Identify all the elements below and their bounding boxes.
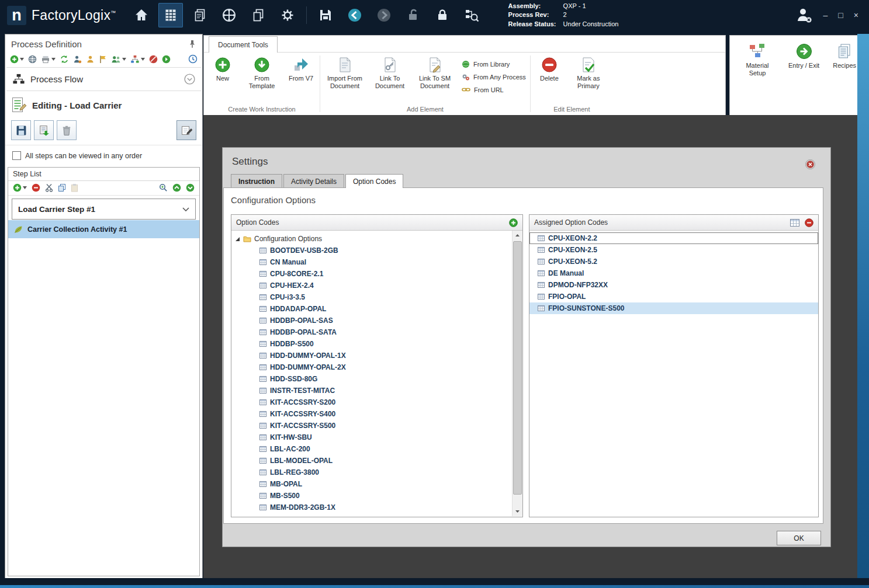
expander-icon[interactable] <box>235 236 240 242</box>
option-code-item[interactable]: KIT-ACCSSRY-S200 <box>235 396 512 408</box>
go-button[interactable] <box>162 55 171 64</box>
step-item[interactable]: Load Carrier Step #1 <box>12 199 196 220</box>
add-button[interactable] <box>10 55 24 64</box>
from-template-button[interactable]: From Template <box>241 55 282 91</box>
pin-button[interactable] <box>188 40 196 48</box>
from-library-button[interactable]: From Library <box>462 60 526 68</box>
move-up-button[interactable] <box>172 183 181 192</box>
assigned-option-code-item[interactable]: DE Manual <box>529 267 818 279</box>
home-button[interactable] <box>129 3 154 27</box>
lock-button[interactable] <box>430 3 455 27</box>
move-down-button[interactable] <box>186 183 195 192</box>
option-code-item[interactable]: HDDBP-OPAL-SATA <box>235 326 512 338</box>
zoom-step-button[interactable] <box>159 183 168 192</box>
tab-instruction[interactable]: Instruction <box>231 174 282 188</box>
remove-step-button[interactable] <box>32 183 40 192</box>
link-to-sm-document-button[interactable]: Link To SM Document <box>414 55 455 91</box>
option-code-item[interactable]: BOOTDEV-USB-2GB <box>235 245 512 256</box>
user-gear-button[interactable] <box>73 55 82 64</box>
copy-button[interactable] <box>58 183 66 192</box>
option-code-item[interactable]: HDD-SSD-80G <box>235 373 512 385</box>
option-code-item[interactable]: LBL-MODEL-OPAL <box>235 455 512 467</box>
tab-document-tools[interactable]: Document Tools <box>209 36 278 53</box>
assigned-option-code-item[interactable]: CPU-XEON-2.2 <box>529 232 818 244</box>
option-code-item[interactable]: LBL-REG-3800 <box>235 467 512 478</box>
assigned-option-code-item[interactable]: FPIO-OPAL <box>529 291 818 302</box>
add-option-code-button[interactable] <box>509 218 518 227</box>
back-button[interactable] <box>342 3 367 27</box>
documents-stack-button[interactable] <box>188 3 212 27</box>
scroll-up-button[interactable] <box>513 231 522 240</box>
material-setup-button[interactable]: Material Setup <box>737 41 778 78</box>
tree-root[interactable]: Configuration Options <box>235 233 512 245</box>
save-step-button[interactable] <box>11 120 31 140</box>
from-any-process-button[interactable]: From Any Process <box>462 73 526 81</box>
stop-button[interactable] <box>149 55 158 64</box>
cut-button[interactable] <box>45 183 53 192</box>
minimize-button[interactable]: – <box>823 11 828 19</box>
find-in-tree-button[interactable] <box>459 3 484 27</box>
from-v7-button[interactable]: From V7 <box>286 55 316 83</box>
option-code-item[interactable]: HDD-DUMMY-OPAL-2X <box>235 361 512 373</box>
option-code-item[interactable]: CPU-8CORE-2.1 <box>235 268 512 280</box>
option-code-item[interactable]: KIT-ACCSSRY-S500 <box>235 420 512 432</box>
print-button[interactable] <box>41 55 56 64</box>
delete-step-button[interactable] <box>57 120 77 140</box>
assigned-option-code-item[interactable]: CPU-XEON-2.5 <box>529 244 818 256</box>
option-code-item[interactable]: KIT-HW-SBU <box>235 432 512 443</box>
unlock-button[interactable] <box>401 3 425 27</box>
scrollbar[interactable] <box>512 231 522 516</box>
option-code-item[interactable]: MB-S500 <box>235 490 512 502</box>
ok-button[interactable]: OK <box>777 531 821 545</box>
option-code-item[interactable]: HDD-DUMMY-OPAL-1X <box>235 350 512 361</box>
user-button[interactable] <box>86 55 95 64</box>
remove-assigned-button[interactable] <box>805 218 813 227</box>
assigned-option-code-item[interactable]: FPIO-SUNSTONE-S500 <box>529 302 818 314</box>
import-from-document-button[interactable]: Import From Document <box>324 55 365 91</box>
import-export-button[interactable] <box>34 120 54 140</box>
option-code-item[interactable]: LBL-AC-200 <box>235 443 512 455</box>
process-flow-row[interactable]: Process Flow <box>5 68 202 91</box>
option-code-item[interactable]: HDDADAP-OPAL <box>235 303 512 315</box>
option-code-item[interactable]: MEM-DDR3-2GB-1X <box>235 502 512 513</box>
team-button[interactable] <box>111 55 126 64</box>
forward-button[interactable] <box>372 3 396 27</box>
collapse-section-button[interactable] <box>184 74 195 85</box>
option-code-item[interactable]: CPU-HEX-2.4 <box>235 280 512 291</box>
sync-button[interactable] <box>60 55 69 64</box>
copy-pages-button[interactable] <box>246 3 271 27</box>
link-to-document-button[interactable]: Link To Document <box>369 55 410 91</box>
tab-option-codes[interactable]: Option Codes <box>345 174 403 188</box>
tab-activity-details[interactable]: Activity Details <box>283 174 344 188</box>
close-button[interactable]: × <box>854 11 858 19</box>
add-step-button[interactable] <box>13 183 27 192</box>
mark-as-primary-button[interactable]: Mark as Primary <box>568 55 609 91</box>
scroll-down-button[interactable] <box>513 507 522 516</box>
save-button[interactable] <box>313 3 338 27</box>
assigned-option-code-item[interactable]: CPU-XEON-5.2 <box>529 256 818 267</box>
process-definition-button[interactable] <box>158 3 183 27</box>
option-code-item[interactable]: HDDBP-S500 <box>235 338 512 350</box>
option-code-item[interactable]: HDDBP-OPAL-SAS <box>235 315 512 326</box>
recipes-button[interactable]: Recipes <box>830 41 859 71</box>
settings-button[interactable] <box>275 3 300 27</box>
maximize-button[interactable]: □ <box>838 11 843 19</box>
option-code-item[interactable]: INSTR-TEST-MITAC <box>235 385 512 396</box>
delete-element-button[interactable]: Delete <box>535 55 564 83</box>
entry-exit-button[interactable]: Entry / Exit <box>787 41 820 71</box>
globe-button[interactable] <box>28 55 37 64</box>
option-code-item[interactable]: CPU-i3-3.5 <box>235 291 512 303</box>
from-url-button[interactable]: From URL <box>462 86 526 93</box>
new-button[interactable]: New <box>208 55 237 83</box>
assigned-option-code-item[interactable]: DPMOD-NFP32XX <box>529 279 818 291</box>
refresh-button[interactable] <box>188 54 198 64</box>
order-checkbox[interactable] <box>12 151 21 160</box>
paste-button[interactable] <box>71 183 78 192</box>
option-code-item[interactable]: KIT-ACCSSRY-S400 <box>235 408 512 420</box>
activity-item[interactable]: Carrier Collection Activity #1 <box>8 220 199 238</box>
scrollbar-thumb[interactable] <box>513 241 522 495</box>
user-logout-button[interactable] <box>795 6 813 24</box>
option-code-item[interactable]: MB-OPAL <box>235 478 512 490</box>
option-code-item[interactable]: CN Manual <box>235 256 512 268</box>
navigator-button[interactable] <box>217 3 241 27</box>
